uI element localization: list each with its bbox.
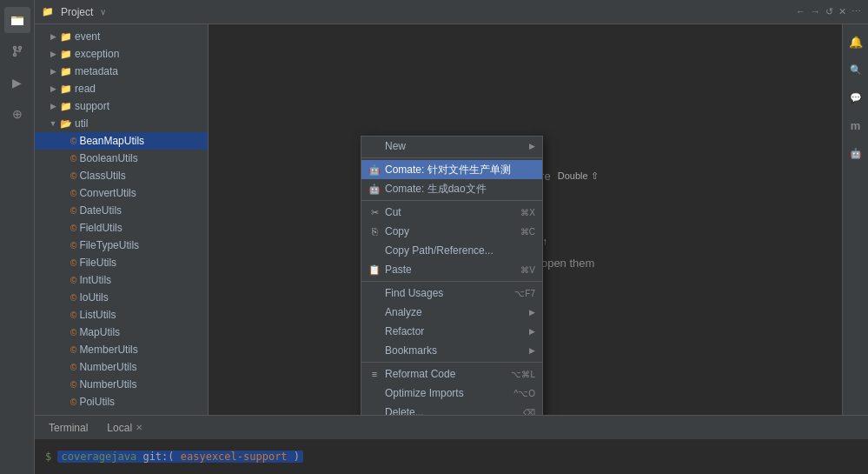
ctx-refactor[interactable]: Refactor ▶	[361, 322, 542, 341]
submenu-arrow: ▶	[529, 346, 535, 355]
comate2-icon: 🤖	[368, 184, 381, 195]
tree-convertutils[interactable]: © ConvertUtils	[35, 184, 208, 202]
submenu-arrow: ▶	[529, 142, 535, 150]
svg-point-1	[13, 47, 16, 50]
local-tab[interactable]: Local ✕	[100, 416, 149, 440]
terminal-close-paren: )	[294, 451, 300, 463]
paste-icon: 📋	[368, 264, 381, 276]
refresh-icon[interactable]: ↺	[825, 6, 833, 17]
tree-listutils[interactable]: © ListUtils	[35, 306, 208, 324]
terminal-space: git:(	[142, 451, 174, 463]
terminal-tab[interactable]: Terminal	[42, 416, 95, 440]
tree-beanmaputils[interactable]: © BeanMapUtils	[35, 132, 208, 150]
tree-memberutils[interactable]: © MemberUtils	[35, 341, 208, 358]
more-icon[interactable]: ⋯	[851, 6, 861, 17]
ctx-new[interactable]: New ▶	[361, 137, 542, 156]
project-title: Project	[61, 6, 93, 18]
cut-icon: ✂	[368, 207, 381, 218]
activity-bar: ▶ ⊕	[0, 0, 35, 474]
tree-read[interactable]: ▶ 📁 read	[35, 80, 208, 97]
main-area: 📁 Project ∨ ← → ↺ ✕ ⋯ ▶ 📁 event ▶ 📁 exce…	[35, 0, 868, 474]
terminal-branch: easyexcel-support	[181, 451, 288, 463]
tree-event[interactable]: ▶ 📁 event	[35, 28, 208, 45]
tree-booleanutils[interactable]: © BooleanUtils	[35, 150, 208, 167]
tree-classutils[interactable]: © ClassUtils	[35, 167, 208, 184]
tree-dateutils[interactable]: © DateUtils	[35, 202, 208, 219]
format-icon: ≡	[368, 369, 381, 379]
separator-1	[361, 157, 542, 158]
title-bar: 📁 Project ∨ ← → ↺ ✕ ⋯	[35, 0, 868, 24]
class-icon: ©	[70, 310, 76, 320]
class-icon: ©	[70, 241, 76, 250]
separator-4	[361, 362, 542, 363]
ctx-comate-dao[interactable]: 🤖 Comate: 生成dao文件	[361, 179, 542, 198]
class-icon: ©	[70, 345, 76, 355]
activity-run[interactable]: ▶	[4, 70, 30, 96]
svg-point-3	[13, 54, 16, 57]
comate-icon: 🤖	[368, 164, 381, 176]
tree-fileutils[interactable]: © FileUtils	[35, 254, 208, 271]
class-icon: ©	[70, 397, 76, 407]
back-icon[interactable]: ←	[796, 6, 805, 17]
tree-filetypeutils[interactable]: © FileTypeUtils	[35, 237, 208, 254]
ctx-copy-path[interactable]: Copy Path/Reference...	[361, 241, 542, 260]
tree-support[interactable]: ▶ 📁 support	[35, 97, 208, 115]
folder-icon: 📁	[60, 66, 72, 77]
activity-folder[interactable]	[4, 7, 30, 33]
class-icon: ©	[70, 258, 76, 268]
class-icon: ©	[70, 293, 76, 303]
folder-open-icon: 📂	[60, 118, 72, 130]
ctx-optimize-imports[interactable]: Optimize Imports ^⌥O	[361, 384, 542, 403]
tree-numberutils[interactable]: © NumberUtils	[35, 358, 208, 376]
terminal-prompt-icon: $	[45, 451, 51, 463]
class-icon: ©	[70, 276, 76, 285]
bottom-bar: Terminal Local ✕	[35, 415, 868, 439]
arrow-icon: ▶	[49, 102, 57, 110]
tree-ioutils[interactable]: © IoUtils	[35, 289, 208, 306]
activity-git[interactable]	[4, 38, 30, 64]
class-icon: ©	[70, 328, 76, 337]
class-icon: ©	[70, 154, 76, 164]
forward-icon[interactable]: →	[811, 6, 820, 17]
searchbar-icon[interactable]: 🔍	[845, 59, 866, 80]
ctx-delete[interactable]: Delete... ⌫	[361, 403, 542, 415]
class-icon: ©	[70, 224, 76, 233]
tree-numberutils2[interactable]: © NumberUtils	[35, 376, 208, 393]
tree-poiutils[interactable]: © PoiUtils	[35, 393, 208, 411]
activity-search[interactable]: ⊕	[4, 101, 30, 127]
separator-2	[361, 200, 542, 201]
ctx-bookmarks[interactable]: Bookmarks ▶	[361, 341, 542, 360]
file-tree: ▶ 📁 event ▶ 📁 exception ▶ 📁 metadata ▶ 📁…	[35, 24, 209, 415]
ctx-analyze[interactable]: Analyze ▶	[361, 303, 542, 322]
ctx-copy[interactable]: ⎘ Copy ⌘C	[361, 222, 542, 241]
tree-metadata[interactable]: ▶ 📁 metadata	[35, 63, 208, 80]
context-menu: New ▶ 🤖 Comate: 针对文件生产单测 🤖 Comate	[361, 136, 543, 415]
ai-icon[interactable]: 🤖	[845, 143, 866, 164]
close-icon[interactable]: ✕	[838, 6, 846, 17]
editor-area: Search Everywhere Double ⇧ Go to File ⇧⌘…	[209, 24, 842, 415]
chat-icon[interactable]: 💬	[845, 87, 866, 108]
ctx-comate-test[interactable]: 🤖 Comate: 针对文件生产单测	[361, 160, 542, 179]
ctx-paste[interactable]: 📋 Paste ⌘V	[361, 260, 542, 279]
arrow-icon: ▶	[49, 50, 57, 58]
tree-util[interactable]: ▼ 📂 util	[35, 115, 208, 132]
class-icon: ©	[70, 206, 76, 216]
tree-exception[interactable]: ▶ 📁 exception	[35, 45, 208, 63]
tree-intutils[interactable]: © IntUtils	[35, 271, 208, 289]
ctx-cut[interactable]: ✂ Cut ⌘X	[361, 203, 542, 222]
arrow-icon: ▶	[49, 32, 57, 41]
class-icon: ©	[70, 137, 76, 146]
tree-maputils[interactable]: © MapUtils	[35, 324, 208, 341]
tree-fieldutils[interactable]: © FieldUtils	[35, 219, 208, 237]
ctx-reformat[interactable]: ≡ Reformat Code ⌥⌘L	[361, 364, 542, 384]
class-icon: ©	[70, 189, 76, 198]
close-tab-icon[interactable]: ✕	[136, 423, 142, 432]
bell-icon[interactable]: 🔔	[845, 31, 866, 52]
submenu-arrow: ▶	[529, 308, 535, 317]
m-icon[interactable]: m	[845, 115, 866, 136]
arrow-icon: ▶	[49, 84, 57, 93]
class-icon: ©	[70, 171, 76, 181]
folder-icon: 📁	[60, 49, 72, 60]
ctx-find-usages[interactable]: Find Usages ⌥F7	[361, 284, 542, 303]
terminal-cmd: coveragejava	[61, 451, 136, 463]
